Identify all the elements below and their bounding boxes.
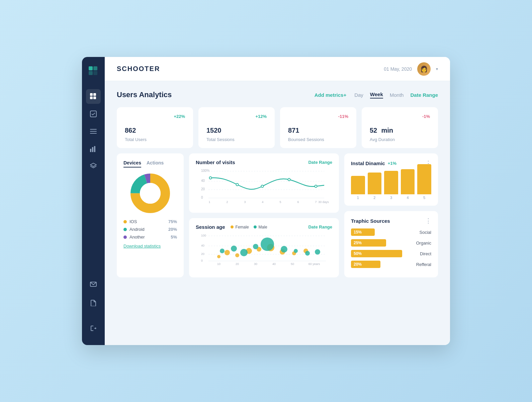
- app-container: SCHOOTER 01 May, 2020 👩 ▾ Users Analytic…: [82, 57, 450, 345]
- stat-label-duration: Avg Duration: [370, 137, 430, 142]
- svg-point-63: [261, 238, 274, 251]
- visits-date-range[interactable]: Date Range: [308, 160, 332, 165]
- sidebar-item-analytics[interactable]: [86, 141, 101, 156]
- svg-point-51: [225, 250, 230, 255]
- bar-label-3: 3: [390, 196, 392, 200]
- traffic-bar-direct: 50%: [351, 250, 402, 257]
- traffic-title: Traphic Sources: [351, 218, 390, 224]
- svg-text:40: 40: [272, 262, 276, 266]
- svg-marker-15: [90, 163, 96, 166]
- ios-pct: 75%: [168, 219, 177, 224]
- svg-point-65: [294, 249, 298, 253]
- sidebar-item-file[interactable]: [86, 295, 101, 310]
- visits-line-chart: 100% 40 20 0: [196, 168, 332, 205]
- ios-label: IOS: [129, 219, 137, 224]
- traffic-name-direct: Direct: [411, 251, 431, 256]
- download-statistics-link[interactable]: Download statistics: [123, 244, 177, 249]
- donut-chart: [123, 172, 177, 215]
- stat-change-users: +22%: [125, 114, 185, 119]
- sidebar-item-list[interactable]: [86, 124, 101, 139]
- svg-text:30 days: 30 days: [318, 200, 329, 204]
- svg-rect-5: [93, 93, 96, 96]
- filter-day[interactable]: Day: [354, 92, 363, 98]
- svg-rect-11: [90, 133, 97, 134]
- dashboard-actions: Add metrics+ Day Week Month Date Range: [315, 91, 438, 98]
- traffic-name-social: Social: [411, 230, 431, 235]
- traffic-name-organic: Organic: [411, 241, 431, 246]
- top-bar-right: 01 May, 2020 👩 ▾: [384, 62, 438, 76]
- visits-chart-header: Number of visits Date Range: [196, 159, 332, 165]
- user-menu-chevron[interactable]: ▾: [436, 67, 438, 71]
- svg-text:0: 0: [201, 196, 203, 199]
- stat-value-duration: 52 min: [370, 120, 430, 136]
- another-pct: 5%: [171, 234, 177, 240]
- add-metrics-button[interactable]: Add metrics+: [315, 92, 346, 98]
- grid-icon: [90, 93, 97, 100]
- dashboard: Users Analytics Add metrics+ Day Week Mo…: [105, 81, 450, 345]
- another-label: Another: [129, 234, 145, 240]
- filter-date-range[interactable]: Date Range: [410, 92, 438, 98]
- sidebar-item-dashboard[interactable]: [86, 89, 101, 104]
- traffic-menu[interactable]: ⋮: [425, 217, 431, 224]
- stat-label-users: Total Users: [125, 137, 185, 142]
- male-dot: [254, 225, 257, 228]
- android-color-dot: [123, 228, 127, 231]
- female-label: Female: [236, 225, 249, 229]
- sidebar-item-layers[interactable]: [86, 159, 101, 174]
- legend-ios: IOS 75%: [123, 219, 177, 224]
- svg-text:60 years: 60 years: [308, 262, 320, 266]
- tab-devices[interactable]: Devices: [123, 160, 141, 168]
- bar-3: 3: [384, 171, 398, 200]
- instal-dynamic-card: Instal Dinamic +1% ⋮ 1: [344, 153, 438, 206]
- current-date: 01 May, 2020: [384, 66, 412, 72]
- svg-point-62: [253, 244, 258, 249]
- legend-android: Android 20%: [123, 227, 177, 232]
- filter-week[interactable]: Week: [370, 91, 383, 98]
- traffic-pct-social: 15%: [354, 230, 362, 234]
- svg-text:10: 10: [217, 262, 220, 266]
- sidebar-item-mail[interactable]: [86, 277, 101, 291]
- svg-text:6: 6: [297, 200, 299, 204]
- tab-actions[interactable]: Actions: [147, 160, 164, 168]
- session-age-date-range[interactable]: Date Range: [308, 224, 332, 229]
- svg-rect-12: [90, 149, 91, 152]
- dashboard-header: Users Analytics Add metrics+ Day Week Mo…: [117, 90, 438, 99]
- top-bar: SCHOOTER 01 May, 2020 👩 ▾: [105, 57, 450, 81]
- svg-rect-10: [90, 131, 97, 132]
- stat-value-users: 862: [125, 120, 185, 136]
- bar-2: 2: [368, 173, 382, 200]
- svg-rect-2: [89, 71, 93, 75]
- sidebar-item-logout[interactable]: [86, 321, 101, 336]
- svg-text:100%: 100%: [201, 169, 210, 173]
- svg-point-20: [140, 183, 161, 204]
- mail-icon: [90, 281, 97, 287]
- svg-point-52: [235, 253, 239, 257]
- svg-rect-3: [93, 71, 97, 75]
- svg-text:20: 20: [236, 262, 239, 266]
- traffic-social: 15% Social: [351, 228, 431, 236]
- svg-point-29: [209, 177, 212, 179]
- stat-value-bounced: 871: [288, 120, 348, 136]
- session-age-card: Session age Female Male Date Range: [189, 218, 339, 277]
- sidebar-item-tasks[interactable]: [86, 107, 101, 121]
- svg-text:4: 4: [262, 200, 263, 204]
- svg-text:30: 30: [254, 262, 257, 266]
- svg-point-31: [261, 185, 264, 188]
- stat-label-sessions: Total Sessions: [206, 137, 267, 142]
- traffic-pct-organic: 25%: [354, 241, 362, 245]
- visits-chart-title: Number of visits: [196, 159, 235, 165]
- stat-change-sessions: +12%: [206, 114, 267, 119]
- stat-card-duration: -1% 52 min Avg Duration: [362, 107, 438, 148]
- charts-col: Number of visits Date Range 100% 40 20 0: [189, 153, 339, 277]
- traffic-bar-organic: 25%: [351, 239, 386, 247]
- svg-text:1: 1: [208, 200, 210, 204]
- instal-dynamic-title: Instal Dinamic: [351, 160, 385, 166]
- session-age-header: Session age Female Male Date Range: [196, 224, 332, 230]
- stat-change-duration: -1%: [370, 114, 430, 119]
- avatar[interactable]: 👩: [417, 62, 431, 76]
- filter-month[interactable]: Month: [390, 92, 404, 98]
- sidebar: [82, 57, 105, 345]
- file-icon: [90, 299, 97, 306]
- bar-chart-icon: [90, 145, 97, 152]
- stats-row: +22% 862 Total Users +12% 1520 Total Ses…: [117, 107, 438, 148]
